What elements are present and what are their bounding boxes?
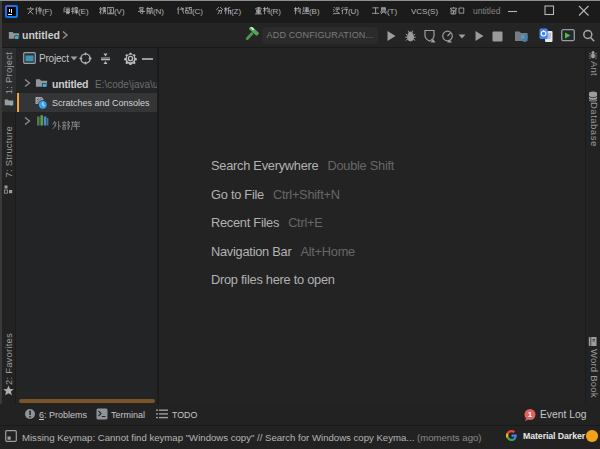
svg-text:1: 1 [528,410,533,419]
